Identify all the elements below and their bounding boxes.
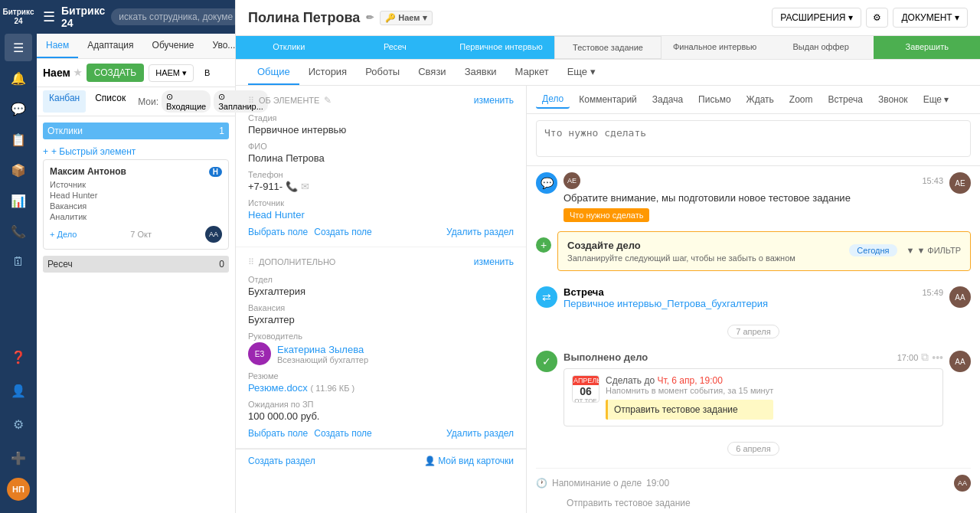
deadline-date[interactable]: Чт, 6 апр, 19:00 [657,375,722,386]
create-section-link[interactable]: Создать раздел [248,456,315,466]
sidebar-icon-notification[interactable]: 🔔 [5,64,32,92]
act-tab-todo[interactable]: Задача [646,91,689,108]
resume-link[interactable]: Резюме.docx [248,382,308,394]
sidebar-icon-tasks[interactable]: 📋 [5,126,32,153]
done-task-box: АПРЕЛЬ 06 ОТ ТОЕ Сделать до Чт, 6 апр, 1… [564,368,943,426]
profile-tag[interactable]: 🔑 Наем ▾ [380,11,432,25]
date-text-6apr: 6 апреля [727,442,779,456]
card-add-todo[interactable]: + Дело [50,227,77,241]
hamburger-icon[interactable]: ☰ [43,8,55,25]
card-source-value: Head Hunter [50,191,222,200]
what-todo-button[interactable]: Что нужно сделать [564,208,649,222]
sidebar-icon-crm[interactable]: 📦 [5,156,32,184]
sidebar-icon-phone[interactable]: 📞 [5,217,32,245]
act-tab-letter[interactable]: Письмо [692,91,737,108]
sub-tab-more[interactable]: Еще ▾ [558,60,605,85]
kanban-area: Отклики 1 + + Быстрый элемент Максим Ант… [37,116,235,513]
sidebar-icon-chat[interactable]: 💬 [5,95,32,123]
sub-tab-general[interactable]: Общие [248,60,299,85]
stage-test[interactable]: Тестовое задание [554,36,662,59]
search-input[interactable] [111,8,241,25]
naem-dropdown[interactable]: НАЕМ ▾ [149,64,194,82]
field-value-resume: Резюме.docx ( 11.96 КБ ) [248,382,514,394]
extensions-button[interactable]: РАСШИРЕНИЯ ▾ [772,8,861,28]
view-tab-kanban[interactable]: Канбан [43,90,86,113]
stage-final[interactable]: Финальное интервью [662,36,768,59]
more-icon[interactable]: ••• [932,351,943,364]
resume-size: ( 11.96 КБ ) [310,384,354,393]
sidebar-icon-settings[interactable]: ⚙ [5,410,32,438]
sub-tab-history[interactable]: История [299,60,356,85]
document-button[interactable]: ДОКУМЕНТ ▾ [893,8,968,28]
sidebar-icon-help[interactable]: ❓ [5,343,32,371]
remove-section-link2[interactable]: Удалить раздел [446,428,514,439]
feed-text-comment: Обратите внимание, мы подготовили новое … [564,192,943,204]
act-tab-more[interactable]: Еще ▾ [917,91,956,108]
sub-tab-robots[interactable]: Роботы [356,60,409,85]
act-tab-task[interactable]: Дело [536,90,570,109]
today-button[interactable]: Сегодня [849,244,897,256]
add-quick-button[interactable]: + + Быстрый элемент [43,144,229,159]
view-tab-list[interactable]: Список [89,90,132,113]
select-field-link2[interactable]: Выбрать поле [248,428,308,439]
expand-button[interactable]: В [198,65,216,80]
field-actions: Выбрать поле Создать поле Удалить раздел [248,227,514,237]
kanban-controls: Наем ★ СОЗДАТЬ НАЕМ ▾ В [37,59,235,87]
phone-msg-icon[interactable]: ✉ [301,181,309,192]
stage-finish[interactable]: Завершить [874,36,980,59]
sidebar-icon-menu[interactable]: ☰ [5,34,32,61]
sidebar-icon-users[interactable]: 👤 [5,377,32,404]
sidebar-icon-add[interactable]: ➕ [5,444,32,472]
phone-call-icon[interactable]: 📞 [286,181,298,192]
gear-button[interactable]: ⚙ [866,8,888,28]
create-field-link2[interactable]: Создать поле [314,428,372,439]
sidebar-avatar[interactable]: НП [7,478,30,501]
sub-tab-links[interactable]: Связи [409,60,455,85]
copy-icon[interactable]: ⧉ [921,351,929,364]
card-maksim-antonov[interactable]: Максим Антонов Н Источник Head Hunter Ва… [43,159,229,250]
stage-otkliki[interactable]: Отклики [236,36,342,59]
field-vacancy: Вакансия Бухгалтер [248,303,514,325]
date-label-6apr: 6 апреля [536,436,971,462]
filter-button[interactable]: ▼ ▼ ФИЛЬТР [906,246,962,255]
section-edit-about[interactable]: изменить [474,95,514,106]
nav-tab-naem[interactable]: Наем [37,34,78,58]
feed-icon-chat: 💬 [536,172,557,194]
sub-tab-requests[interactable]: Заявки [456,60,506,85]
card-name: Максим Антонов Н [50,166,222,177]
stage-resech[interactable]: Ресеч [342,36,449,59]
nav-tab-learning[interactable]: Обучение [143,34,204,58]
star-icon[interactable]: ★ [74,67,82,78]
meeting-link[interactable]: Первичное интервью_Петрова_бухгалтерия [564,298,943,309]
sidebar-icon-analytics[interactable]: 📊 [5,187,32,214]
nav-tab-adaptation[interactable]: Адаптация [78,34,142,58]
activity-input[interactable] [536,120,971,157]
pipeline: Отклики Ресеч Первичное интервью Тестово… [236,36,980,60]
act-tab-comment[interactable]: Комментарий [573,91,643,108]
create-button[interactable]: СОЗДАТЬ [87,64,144,82]
create-field-link[interactable]: Создать поле [314,227,372,237]
sidebar-icon-calendar[interactable]: 🗓 [5,248,32,276]
my-card-link[interactable]: 👤 Мой вид карточки [424,456,514,466]
stage-offer[interactable]: Выдан оффер [768,36,874,59]
stage-interview[interactable]: Первичное интервью [448,36,554,59]
reminder-label: Напоминание о деле [552,478,642,488]
section-edit-extra[interactable]: изменить [474,256,514,267]
filter-incoming[interactable]: ⊙ Входящие [162,90,211,113]
section-pencil-icon[interactable]: ✎ [324,95,332,106]
act-tab-call[interactable]: Звонок [872,91,914,108]
act-tab-meeting[interactable]: Встреча [822,91,869,108]
remove-section-link[interactable]: Удалить раздел [446,227,514,237]
info-section-about: ⠿ ОБ ЭЛЕМЕНТЕ ✎ изменить Стадия Первично… [236,86,526,247]
field-label-fio: ФИО [248,142,514,151]
select-field-link[interactable]: Выбрать поле [248,227,308,237]
edit-icon[interactable]: ✏ [366,12,374,23]
field-value-source[interactable]: Head Hunter [248,209,514,221]
field-phone: Телефон +7-911- 📞 ✉ [248,170,514,192]
deadline-text: Сделать до [606,375,655,386]
act-tab-wait[interactable]: Ждать [740,91,780,108]
sub-tab-market[interactable]: Маркет [506,60,558,85]
act-tab-zoom[interactable]: Zoom [783,91,819,108]
field-label-salary: Ожидания по ЗП [248,400,514,409]
manager-name[interactable]: Екатерина Зылева [277,344,368,355]
